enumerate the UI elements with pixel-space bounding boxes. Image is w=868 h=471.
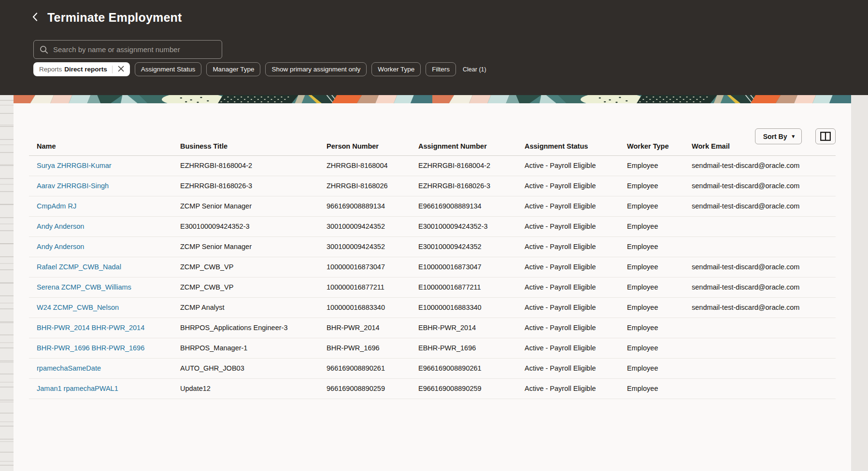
assignment-status-cell: Active - Payroll Eligible [517, 196, 619, 216]
table-row: rpamechaSameDate AUTO_GHR_JOB03 96616900… [29, 358, 836, 378]
employee-name-link[interactable]: Jaman1 rpamechaPWAL1 [37, 385, 118, 392]
business-title-cell: AUTO_GHR_JOB03 [172, 358, 319, 378]
table-row: Andy Anderson ZCMP Senior Manager 300100… [29, 236, 836, 257]
employee-name-link[interactable]: CmpAdm RJ [37, 202, 76, 210]
search-box[interactable] [33, 40, 222, 59]
active-filter-label: Reports [39, 66, 62, 73]
business-title-cell: E300100009424352-3 [172, 216, 319, 236]
person-number-cell: 300100009424352 [319, 216, 411, 236]
worker-type-cell: Employee [619, 318, 684, 338]
assignment-status-cell: Active - Payroll Eligible [517, 277, 619, 297]
assignment-number-cell: EBHR-PWR_2014 [411, 318, 517, 338]
filter-chip-worker-type[interactable]: Worker Type [371, 62, 421, 76]
employee-name-link[interactable]: BHR-PWR_2014 BHR-PWR_2014 [37, 324, 144, 332]
search-icon [40, 45, 48, 54]
clear-filters-link[interactable]: Clear (1) [463, 66, 486, 73]
assignment-number-cell: E966169008890259 [411, 378, 517, 399]
employee-name-link[interactable]: Serena ZCMP_CWB_Williams [37, 283, 131, 291]
filter-chip-assignment-status[interactable]: Assignment Status [135, 62, 202, 76]
search-input[interactable] [53, 45, 216, 54]
filter-chips-row: Reports Direct reports Assignment Status… [33, 62, 486, 76]
filter-chip-manager-type[interactable]: Manager Type [206, 62, 260, 76]
person-number-cell: 966169008890261 [319, 358, 411, 378]
column-header-worker-type: Worker Type [619, 137, 684, 155]
filter-chip-filters[interactable]: Filters [426, 62, 456, 76]
work-email-cell [684, 378, 836, 399]
person-number-cell: ZHRRGBI-8168026 [319, 176, 411, 196]
active-filter-chip-reports[interactable]: Reports Direct reports [33, 62, 130, 76]
table-row: BHR-PWR_2014 BHR-PWR_2014 BHRPOS_Applica… [29, 318, 836, 338]
assignment-status-cell: Active - Payroll Eligible [517, 338, 619, 358]
assignment-number-cell: E100000016873047 [411, 257, 517, 277]
results-panel: Sort By ▾ Name Business Title Person Num… [14, 103, 851, 471]
business-title-cell: ZCMP Senior Manager [172, 236, 319, 257]
column-header-name: Name [29, 137, 172, 155]
table-row: W24 ZCMP_CWB_Nelson ZCMP Analyst 1000000… [29, 297, 836, 318]
assignment-number-cell: E300100009424352 [411, 236, 517, 257]
employee-name-link[interactable]: Andy Anderson [37, 222, 84, 230]
chevron-left-icon [32, 13, 38, 23]
employee-name-link[interactable]: BHR-PWR_1696 BHR-PWR_1696 [37, 344, 144, 352]
employee-name-link[interactable]: Aarav ZHRRGBI-Singh [37, 182, 109, 190]
assignment-number-cell: EZHRRGBI-8168004-2 [411, 155, 517, 176]
work-email-cell [684, 358, 836, 378]
employee-name-link[interactable]: W24 ZCMP_CWB_Nelson [37, 304, 119, 311]
person-number-cell: BHR-PWR_1696 [319, 338, 411, 358]
business-title-cell: ZCMP Analyst [172, 297, 319, 318]
assignment-status-cell: Active - Payroll Eligible [517, 155, 619, 176]
assignment-status-cell: Active - Payroll Eligible [517, 257, 619, 277]
worker-type-cell: Employee [619, 257, 684, 277]
column-header-assignment-number: Assignment Number [411, 137, 517, 155]
table-header-row: Name Business Title Person Number Assign… [29, 137, 836, 155]
filter-chip-show-primary-assignment-only[interactable]: Show primary assignment only [265, 62, 367, 76]
business-title-cell: BHRPOS_Applications Engineer-3 [172, 318, 319, 338]
assignment-number-cell: E300100009424352-3 [411, 216, 517, 236]
table-row: Serena ZCMP_CWB_Williams ZCMP_CWB_VP 100… [29, 277, 836, 297]
worker-type-cell: Employee [619, 216, 684, 236]
employee-name-link[interactable]: Andy Anderson [37, 243, 84, 250]
work-email-cell [684, 318, 836, 338]
employee-name-link[interactable]: rpamechaSameDate [37, 364, 101, 372]
assignment-status-cell: Active - Payroll Eligible [517, 318, 619, 338]
workers-table-wrap: Name Business Title Person Number Assign… [29, 137, 836, 399]
work-email-cell: sendmail-test-discard@oracle.com [684, 277, 836, 297]
table-row: Aarav ZHRRGBI-Singh EZHRRGBI-8168026-3 Z… [29, 176, 836, 196]
active-filter-value: Direct reports [64, 66, 107, 73]
decorative-banner [14, 95, 851, 103]
person-number-cell: 966169008889134 [319, 196, 411, 216]
table-row: CmpAdm RJ ZCMP Senior Manager 9661690088… [29, 196, 836, 216]
business-title-cell: ZCMP_CWB_VP [172, 257, 319, 277]
app-header: Terminate Employment Reports Direct repo… [0, 0, 868, 95]
worker-type-cell: Employee [619, 358, 684, 378]
assignment-status-cell: Active - Payroll Eligible [517, 236, 619, 257]
worker-type-cell: Employee [619, 155, 684, 176]
assignment-status-cell: Active - Payroll Eligible [517, 216, 619, 236]
business-title-cell: EZHRRGBI-8168004-2 [172, 155, 319, 176]
employee-name-link[interactable]: Surya ZHRRGBI-Kumar [37, 162, 112, 169]
table-row: BHR-PWR_1696 BHR-PWR_1696 BHRPOS_Manager… [29, 338, 836, 358]
assignment-status-cell: Active - Payroll Eligible [517, 297, 619, 318]
assignment-status-cell: Active - Payroll Eligible [517, 176, 619, 196]
work-email-cell: sendmail-test-discard@oracle.com [684, 297, 836, 318]
table-row: Surya ZHRRGBI-Kumar EZHRRGBI-8168004-2 Z… [29, 155, 836, 176]
chip-divider [112, 66, 113, 73]
employee-name-link[interactable]: Rafael ZCMP_CWB_Nadal [37, 263, 121, 271]
column-header-work-email: Work Email [684, 137, 836, 155]
workers-table: Name Business Title Person Number Assign… [29, 137, 836, 399]
assignment-number-cell: E966169008890261 [411, 358, 517, 378]
worker-type-cell: Employee [619, 378, 684, 399]
work-email-cell: sendmail-test-discard@oracle.com [684, 176, 836, 196]
assignment-number-cell: EZHRRGBI-8168026-3 [411, 176, 517, 196]
person-number-cell: ZHRRGBI-8168004 [319, 155, 411, 176]
person-number-cell: 100000016883340 [319, 297, 411, 318]
person-number-cell: BHR-PWR_2014 [319, 318, 411, 338]
back-button[interactable] [29, 11, 41, 25]
close-icon[interactable] [116, 65, 126, 74]
worker-type-cell: Employee [619, 297, 684, 318]
person-number-cell: 100000016877211 [319, 277, 411, 297]
page-title: Terminate Employment [47, 11, 182, 25]
worker-type-cell: Employee [619, 196, 684, 216]
assignment-number-cell: E100000016883340 [411, 297, 517, 318]
assignment-status-cell: Active - Payroll Eligible [517, 358, 619, 378]
person-number-cell: 300100009424352 [319, 236, 411, 257]
